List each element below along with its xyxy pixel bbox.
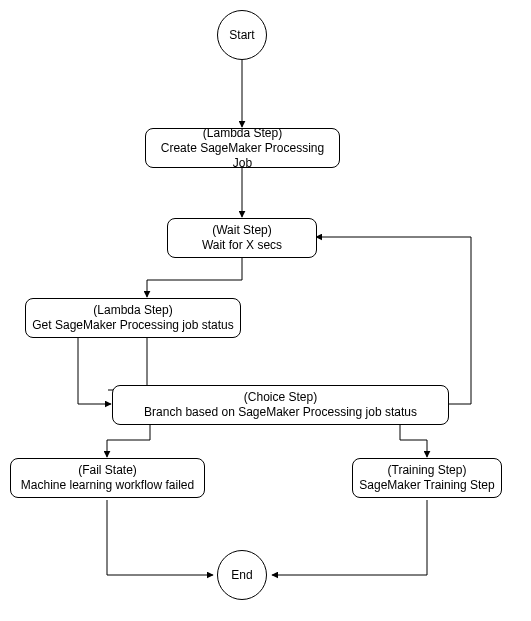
create-job-label: Create SageMaker Processing Job [152, 141, 333, 171]
create-job-node: (Lambda Step) Create SageMaker Processin… [145, 128, 340, 168]
choice-type: (Choice Step) [244, 390, 317, 405]
create-job-type: (Lambda Step) [203, 126, 282, 141]
choice-node: (Choice Step) Branch based on SageMaker … [112, 385, 449, 425]
train-type: (Training Step) [388, 463, 467, 478]
train-node: (Training Step) SageMaker Training Step [352, 458, 502, 498]
train-label: SageMaker Training Step [359, 478, 494, 493]
wait-node: (Wait Step) Wait for X secs [167, 218, 317, 258]
end-node: End [217, 550, 267, 600]
get-status-label: Get SageMaker Processing job status [32, 318, 233, 333]
wait-label: Wait for X secs [202, 238, 282, 253]
get-status-type: (Lambda Step) [93, 303, 172, 318]
choice-label: Branch based on SageMaker Processing job… [144, 405, 417, 420]
start-node: Start [217, 10, 267, 60]
fail-label: Machine learning workflow failed [21, 478, 194, 493]
get-status-node: (Lambda Step) Get SageMaker Processing j… [25, 298, 241, 338]
start-label: Start [229, 28, 254, 43]
fail-type: (Fail State) [78, 463, 137, 478]
fail-node: (Fail State) Machine learning workflow f… [10, 458, 205, 498]
wait-type: (Wait Step) [212, 223, 272, 238]
end-label: End [231, 568, 252, 583]
